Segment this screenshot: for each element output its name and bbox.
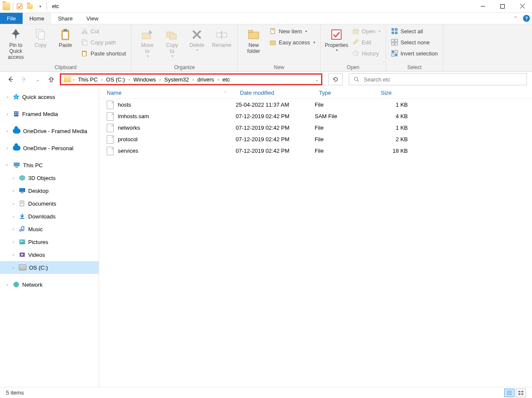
move-to-button[interactable]: Move to▾ — [135, 26, 160, 59]
pin-quick-access-button[interactable]: Pin to Quick access — [3, 26, 28, 61]
tab-file[interactable]: File — [0, 13, 23, 24]
ribbon-group-clipboard: Pin to Quick access Copy Paste Cut Copy … — [0, 24, 132, 71]
sidebar-item-onedrive-personal[interactable]: ›OneDrive - Personal — [0, 142, 99, 154]
ribbon-collapse-button[interactable]: ⌃ — [510, 13, 521, 24]
column-header-name[interactable]: Name⌃ — [99, 87, 236, 99]
copy-path-icon — [81, 39, 88, 46]
nav-recent-button[interactable]: ⌄ — [32, 74, 43, 84]
new-folder-button[interactable]: New folder — [241, 26, 266, 55]
copy-to-button[interactable]: Copy to▾ — [160, 26, 184, 59]
chevron-right-icon: › — [129, 77, 130, 82]
chevron-right-icon: › — [159, 77, 161, 82]
column-header-size[interactable]: Size — [377, 87, 417, 99]
svg-rect-29 — [395, 28, 398, 31]
svg-rect-18 — [170, 34, 176, 39]
refresh-button[interactable] — [328, 73, 343, 85]
svg-rect-28 — [392, 28, 394, 31]
sidebar-item-os-drive[interactable]: ›OS (C:) — [0, 261, 99, 274]
svg-rect-66 — [518, 393, 520, 395]
crumb-drivers[interactable]: drivers — [196, 76, 216, 83]
copy-path-button[interactable]: Copy path — [79, 37, 128, 47]
qat-dropdown-icon[interactable]: ▾ — [36, 3, 44, 10]
open-button[interactable]: Open▾ — [351, 26, 382, 36]
sidebar-item-network[interactable]: ›Network — [0, 278, 99, 291]
file-type: File — [315, 102, 377, 108]
sidebar-item-pictures[interactable]: ›Pictures — [0, 235, 99, 248]
file-row[interactable]: lmhosts.sam07-12-2019 02:42 PMSAM File4 … — [99, 110, 532, 122]
nav-forward-button[interactable] — [19, 74, 29, 84]
file-icon — [107, 112, 114, 121]
crumb-drive[interactable]: OS (C:) — [105, 76, 127, 83]
sidebar-item-quick-access[interactable]: ›Quick access — [0, 90, 99, 103]
help-button[interactable]: ? — [521, 13, 532, 24]
ribbon-group-open: Properties▾ Open▾ Edit History Open — [321, 24, 386, 71]
sidebar-item-desktop[interactable]: ›Desktop — [0, 184, 99, 197]
qat-folder-icon[interactable] — [26, 3, 34, 10]
file-icon — [107, 101, 114, 109]
sidebar-item-onedrive-fm[interactable]: ›OneDrive - Framed Media — [0, 125, 99, 137]
ribbon-group-organize: Move to▾ Copy to▾ Delete▾ Rename Organiz… — [132, 24, 238, 71]
properties-button[interactable]: Properties▾ — [324, 26, 349, 53]
group-label-clipboard: Clipboard — [0, 64, 131, 70]
nav-back-button[interactable] — [5, 74, 15, 84]
file-row[interactable]: services07-12-2019 02:42 PMFile18 KB — [99, 145, 532, 157]
crumb-system32[interactable]: System32 — [163, 76, 191, 83]
edit-button[interactable]: Edit — [351, 37, 382, 47]
nav-up-button[interactable] — [46, 74, 56, 84]
status-bar: 5 items — [0, 387, 532, 398]
easy-access-button[interactable]: Easy access▾ — [268, 37, 317, 47]
delete-button[interactable]: Delete▾ — [184, 26, 209, 53]
view-details-button[interactable] — [504, 389, 514, 397]
address-bar[interactable]: › This PC › OS (C:) › Windows › System32… — [60, 73, 322, 85]
column-header-type[interactable]: Type — [315, 87, 377, 99]
select-none-button[interactable]: Select none — [389, 37, 439, 47]
qat-properties-checkbox-icon[interactable] — [16, 3, 23, 10]
tab-view[interactable]: View — [79, 13, 105, 24]
search-input[interactable]: Search etc — [349, 73, 527, 85]
sidebar-item-3d-objects[interactable]: ›3D Objects — [0, 171, 99, 184]
svg-rect-52 — [21, 192, 23, 193]
sidebar-item-videos[interactable]: ›Videos — [0, 248, 99, 261]
file-date: 07-12-2019 02:42 PM — [236, 136, 315, 142]
properties-icon — [330, 28, 343, 41]
file-row[interactable]: protocol07-12-2019 02:42 PMFile2 KB — [99, 134, 532, 145]
copy-button[interactable]: Copy — [28, 26, 53, 49]
chevron-right-icon: › — [217, 77, 219, 82]
downloads-icon — [19, 213, 26, 220]
address-dropdown-button[interactable]: ⌄ — [315, 77, 319, 82]
maximize-button[interactable] — [493, 0, 512, 13]
search-placeholder: Search etc — [364, 76, 390, 83]
crumb-etc[interactable]: etc — [221, 76, 231, 83]
file-row[interactable]: hosts25-04-2022 11:37 AMFile1 KB — [99, 99, 532, 110]
invert-selection-button[interactable]: Invert selection — [389, 48, 439, 58]
sidebar-item-downloads[interactable]: ›Downloads — [0, 210, 99, 223]
svg-rect-21 — [248, 32, 259, 39]
view-large-icons-button[interactable] — [516, 389, 526, 397]
ribbon-group-new: New folder New item▾ Easy access▾ New — [238, 24, 321, 71]
tab-home[interactable]: Home — [23, 13, 51, 24]
sidebar-item-documents[interactable]: ›Documents — [0, 197, 99, 210]
cut-button[interactable]: Cut — [79, 26, 128, 36]
sidebar-item-framed-media[interactable]: ›Framed Media — [0, 107, 99, 120]
tab-share[interactable]: Share — [51, 13, 80, 24]
history-button[interactable]: History — [351, 48, 382, 58]
sidebar-item-this-pc[interactable]: ›This PC — [0, 159, 99, 171]
sort-ascending-icon: ⌃ — [224, 91, 227, 95]
crumb-this-pc[interactable]: This PC — [76, 76, 99, 83]
rename-button[interactable]: Rename — [209, 26, 234, 49]
file-row[interactable]: networks07-12-2019 02:42 PMFile1 KB — [99, 122, 532, 134]
paste-shortcut-icon — [81, 50, 88, 57]
column-header-date[interactable]: Date modified — [236, 87, 315, 99]
move-icon — [140, 28, 154, 41]
close-button[interactable] — [512, 0, 532, 13]
new-item-button[interactable]: New item▾ — [268, 26, 317, 36]
crumb-windows[interactable]: Windows — [132, 76, 158, 83]
paste-shortcut-button[interactable]: Paste shortcut — [79, 48, 128, 58]
paste-button[interactable]: Paste — [53, 26, 78, 49]
minimize-button[interactable] — [473, 0, 493, 13]
sidebar-item-music[interactable]: ›Music — [0, 223, 99, 235]
pictures-icon — [19, 238, 26, 245]
paste-icon — [58, 28, 72, 41]
select-all-button[interactable]: Select all — [389, 26, 439, 36]
chevron-right-icon: › — [73, 77, 75, 82]
